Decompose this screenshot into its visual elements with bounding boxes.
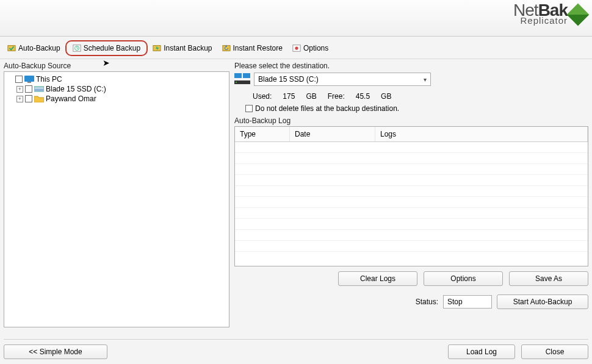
tab-auto-backup-label: Auto-Backup <box>18 44 60 52</box>
svg-point-14 <box>236 82 237 83</box>
checkbox-drive[interactable] <box>25 85 32 93</box>
table-row <box>235 153 588 164</box>
schedule-backup-icon <box>73 44 81 52</box>
log-table-body <box>235 142 588 265</box>
dont-delete-label: Do not delete files at the backup destin… <box>255 104 399 113</box>
brand-subtitle: Replicator <box>513 16 568 25</box>
table-row <box>235 164 588 175</box>
destination-select-value: Blade 15 SSD (C:) <box>258 75 319 84</box>
load-log-button[interactable]: Load Log <box>448 344 515 359</box>
source-tree[interactable]: This PC + Blade 15 SSD (C:) + <box>4 71 229 327</box>
svg-point-6 <box>295 46 298 49</box>
brand-diamond-icon <box>567 4 590 26</box>
free-value: 45.5 <box>356 92 370 101</box>
free-unit: GB <box>381 92 391 101</box>
log-col-logs[interactable]: Logs <box>375 127 588 141</box>
main-toolbar: Auto-Backup Schedule Backup Instant Back… <box>0 37 592 59</box>
dont-delete-checkbox[interactable] <box>245 105 253 112</box>
used-value: 175 <box>283 92 295 101</box>
log-table-header: Type Date Logs <box>235 127 588 142</box>
log-options-button[interactable]: Options <box>424 271 503 286</box>
options-icon <box>292 44 301 52</box>
tree-node-root[interactable]: This PC <box>7 74 226 84</box>
svg-rect-12 <box>243 73 250 78</box>
table-row <box>235 175 588 186</box>
tree-node-root-label: This PC <box>36 75 62 84</box>
destination-drive-icon <box>234 73 250 85</box>
storage-stats: Used: 175 GB Free: 45.5 GB <box>234 91 588 104</box>
instant-restore-icon <box>222 44 231 52</box>
table-row <box>235 241 588 252</box>
svg-rect-7 <box>24 76 34 82</box>
expander-drive[interactable]: + <box>16 86 23 93</box>
tab-schedule-backup-label: Schedule Backup <box>84 44 140 52</box>
svg-rect-11 <box>234 73 242 78</box>
tab-instant-restore[interactable]: Instant Restore <box>217 42 287 54</box>
chevron-down-icon: ▾ <box>424 76 427 83</box>
source-panel-label: Auto-Backup Source <box>4 62 229 70</box>
brand-logo: NetBak Replicator <box>513 2 586 25</box>
svg-rect-0 <box>8 46 15 51</box>
header: NetBak Replicator <box>0 0 592 37</box>
checkbox-user[interactable] <box>25 95 32 102</box>
destination-prompt: Please select the destination. <box>234 62 588 70</box>
table-row <box>235 186 588 197</box>
tab-instant-backup-label: Instant Backup <box>164 44 212 52</box>
save-as-button[interactable]: Save As <box>509 271 588 286</box>
clear-logs-button[interactable]: Clear Logs <box>338 271 417 286</box>
tab-instant-restore-label: Instant Restore <box>233 44 283 52</box>
auto-backup-icon <box>7 44 16 52</box>
expander-user[interactable]: + <box>16 96 23 102</box>
checkbox-root[interactable] <box>15 76 23 83</box>
tab-options-label: Options <box>303 44 328 52</box>
status-label: Status: <box>416 298 438 306</box>
log-col-type[interactable]: Type <box>235 127 290 141</box>
close-button[interactable]: Close <box>521 344 588 359</box>
start-auto-backup-button[interactable]: Start Auto-Backup <box>497 294 588 309</box>
table-row <box>235 208 588 219</box>
tree-node-drive[interactable]: + Blade 15 SSD (C:) <box>16 84 226 94</box>
pc-icon <box>24 76 34 83</box>
tab-schedule-backup[interactable]: Schedule Backup <box>65 40 148 56</box>
table-row <box>235 142 588 153</box>
tab-auto-backup[interactable]: Auto-Backup <box>2 42 65 54</box>
drive-icon <box>34 85 44 93</box>
used-unit: GB <box>306 92 316 101</box>
simple-mode-button[interactable]: << Simple Mode <box>4 344 107 359</box>
table-row <box>235 197 588 208</box>
status-value: Stop <box>447 298 463 306</box>
expander-blank <box>7 76 13 83</box>
svg-rect-10 <box>34 89 44 91</box>
tab-options[interactable]: Options <box>287 42 333 54</box>
free-label: Free: <box>328 92 345 101</box>
log-table: Type Date Logs <box>234 126 588 266</box>
instant-backup-icon <box>153 44 161 52</box>
tab-instant-backup[interactable]: Instant Backup <box>148 42 217 54</box>
tree-node-user-label: Paywand Omar <box>46 95 96 103</box>
log-panel-label: Auto-Backup Log <box>234 116 588 125</box>
tree-node-user[interactable]: + Paywand Omar <box>16 94 226 104</box>
table-row <box>235 230 588 241</box>
log-col-date[interactable]: Date <box>290 127 375 141</box>
table-row <box>235 219 588 230</box>
folder-icon <box>34 95 44 102</box>
svg-rect-8 <box>27 82 31 83</box>
status-value-box: Stop <box>443 295 492 309</box>
used-label: Used: <box>253 92 272 101</box>
tree-node-drive-label: Blade 15 SSD (C:) <box>46 85 106 93</box>
destination-select[interactable]: Blade 15 SSD (C:) ▾ <box>254 73 431 86</box>
